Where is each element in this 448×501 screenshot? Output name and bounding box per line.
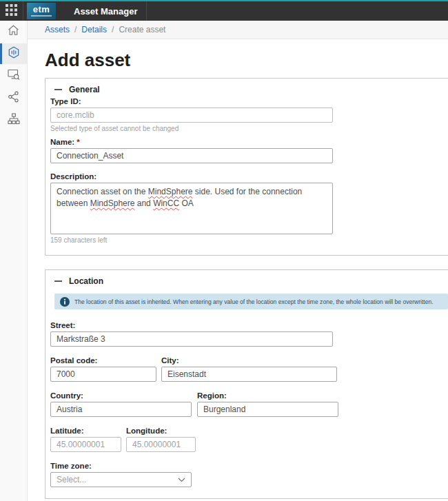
characters-left-hint: 159 characters left <box>50 236 448 244</box>
chevron-down-icon <box>178 478 185 482</box>
app-title: Asset Manager <box>74 6 137 17</box>
info-icon <box>60 297 70 307</box>
city-input[interactable] <box>161 367 337 382</box>
postal-code-label: Postal code: <box>50 356 156 365</box>
country-input[interactable] <box>50 402 192 417</box>
postal-city-row: Postal code: City: <box>50 356 448 382</box>
misspelled-word: MindSphere <box>148 187 193 196</box>
info-banner-text: The location of this asset is inherited.… <box>74 298 434 305</box>
name-field-group: Name:* <box>50 138 448 163</box>
type-id-field-group: Type ID: Selected type of asset cannot b… <box>50 97 448 132</box>
description-field-group: Description: Connection asset on the Min… <box>50 172 448 244</box>
street-label: Street: <box>50 321 333 329</box>
info-banner: The location of this asset is inherited.… <box>54 294 448 309</box>
etm-logo: etm <box>27 3 56 19</box>
sidebar-item-sharing[interactable] <box>0 88 27 108</box>
timezone-select[interactable]: Select... <box>50 472 192 487</box>
org-tree-icon <box>8 113 20 127</box>
header-divider <box>146 1 147 21</box>
etm-logo-subline <box>31 15 52 17</box>
city-label: City: <box>161 356 337 365</box>
grid-icon <box>6 4 17 18</box>
region-input[interactable] <box>197 402 338 417</box>
breadcrumb: Assets / Details / Create asset <box>28 21 448 39</box>
longitude-label: Longitude: <box>126 427 196 435</box>
timezone-field-group: Time zone: Select... <box>50 462 448 487</box>
sidebar-item-hierarchy[interactable] <box>0 110 27 130</box>
breadcrumb-separator: / <box>112 25 114 34</box>
longitude-input <box>126 437 196 452</box>
description-label: Description: <box>50 172 448 181</box>
location-section: Location The location of this asset is i… <box>45 269 448 499</box>
sidebar <box>0 21 28 501</box>
street-field-group: Street: <box>50 321 448 347</box>
name-input[interactable] <box>50 148 333 163</box>
breadcrumb-separator: / <box>74 25 77 34</box>
asset-manager-app: etm Asset Manager <box>0 0 448 501</box>
page-title: Add asset <box>45 50 448 70</box>
etm-logo-text: etm <box>33 6 50 14</box>
misspelled-word: WinCC <box>153 198 179 208</box>
breadcrumb-details[interactable]: Details <box>81 25 107 34</box>
required-asterisk: * <box>77 138 79 146</box>
collapse-icon[interactable] <box>54 280 62 282</box>
monitor-search-icon <box>8 69 20 83</box>
misspelled-word: MindSphere <box>90 198 135 208</box>
country-label: Country: <box>50 391 192 400</box>
timezone-label: Time zone: <box>50 462 192 470</box>
collapse-icon[interactable] <box>54 89 62 90</box>
type-id-label: Type ID: <box>50 97 448 105</box>
type-id-input <box>50 108 333 123</box>
timezone-select-value: Select... <box>57 475 86 484</box>
sidebar-item-assets[interactable] <box>0 43 27 64</box>
breadcrumb-assets[interactable]: Assets <box>45 25 70 34</box>
breadcrumb-current: Create asset <box>119 25 165 34</box>
header-divider <box>23 1 23 21</box>
description-textarea[interactable]: Connection asset on the MindSphere side.… <box>50 183 333 234</box>
street-input[interactable] <box>50 331 333 347</box>
location-section-title: Location <box>69 276 103 286</box>
asset-hexagon-icon <box>8 46 20 61</box>
postal-code-input[interactable] <box>50 367 156 382</box>
sidebar-item-library[interactable] <box>0 65 27 86</box>
home-icon <box>8 25 19 39</box>
latitude-label: Latitude: <box>50 427 121 435</box>
country-region-row: Country: Region: <box>50 391 448 417</box>
type-id-hint: Selected type of asset cannot be changed <box>50 125 448 132</box>
sidebar-item-home[interactable] <box>0 21 27 42</box>
region-label: Region: <box>197 391 338 400</box>
general-section-title: General <box>69 85 100 94</box>
lat-long-row: Latitude: Longitude: <box>50 427 448 452</box>
general-section: General Type ID: Selected type of asset … <box>45 78 448 256</box>
name-label: Name:* <box>50 138 448 146</box>
app-switcher-button[interactable] <box>0 1 23 21</box>
share-icon <box>8 91 19 105</box>
main-content: Add asset General Type ID: Selected type… <box>28 39 448 501</box>
top-bar: etm Asset Manager <box>0 0 448 21</box>
latitude-input <box>50 437 121 452</box>
